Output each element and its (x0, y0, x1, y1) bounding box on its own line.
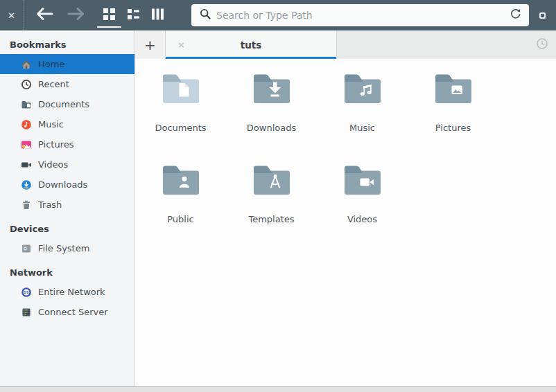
documents-icon (21, 99, 32, 110)
sidebar-item-documents[interactable]: Documents (0, 94, 134, 114)
tab-close-icon[interactable]: × (177, 39, 185, 50)
grid-view-button[interactable] (103, 10, 115, 21)
sidebar-item-downloads[interactable]: Downloads (0, 175, 134, 195)
folder-item-public[interactable]: Public (135, 164, 226, 256)
sidebar-section-header-bookmarks: Bookmarks (0, 36, 134, 54)
back-button[interactable] (35, 8, 53, 23)
folder-item-templates[interactable]: Templates (226, 164, 317, 256)
search-bar (191, 4, 529, 26)
list-view-icon (128, 8, 139, 23)
tab-title: tuts (241, 39, 262, 51)
compact-view-button[interactable] (152, 10, 164, 21)
trash-icon (21, 199, 32, 211)
search-icon (200, 8, 211, 22)
sidebar-item-file-system[interactable]: File System (0, 238, 134, 258)
sidebar-item-label: Music (38, 119, 64, 130)
music-icon (21, 119, 32, 130)
search-input[interactable] (216, 10, 510, 21)
sidebar-item-label: Videos (38, 159, 68, 170)
folder-label: Documents (155, 123, 206, 133)
folder-label: Pictures (435, 123, 471, 133)
compact-view-icon (152, 8, 164, 23)
folder-public-icon (162, 164, 200, 196)
folder-downloads-icon (252, 73, 291, 105)
folder-videos-icon (343, 164, 382, 196)
folder-label: Downloads (247, 123, 296, 133)
folder-label: Templates (248, 214, 294, 224)
sidebar-section-header-devices: Devices (0, 220, 134, 238)
main-pane: + × tuts DocumentsDownloadsMusicPictures… (135, 30, 556, 386)
sidebar-item-connect-server[interactable]: Connect Server (0, 302, 134, 322)
folder-pictures-icon (434, 73, 473, 105)
downloads-icon (21, 179, 32, 190)
folder-item-pictures[interactable]: Pictures (408, 73, 498, 164)
forward-icon (67, 8, 85, 23)
sidebar-item-music[interactable]: Music (0, 114, 134, 134)
list-view-button[interactable] (128, 10, 139, 21)
sidebar-item-label: Connect Server (38, 307, 108, 317)
home-icon (21, 59, 32, 70)
sidebar-item-label: Documents (38, 99, 89, 109)
forward-button[interactable] (67, 8, 85, 23)
window-body: BookmarksHomeRecentDocumentsMusicPicture… (0, 30, 556, 386)
tab-bar: + × tuts (135, 30, 556, 59)
folder-item-documents[interactable]: Documents (135, 73, 226, 164)
folder-item-videos[interactable]: Videos (317, 164, 408, 256)
connect-server-icon (21, 307, 32, 318)
file-manager-window: ✕ (0, 0, 556, 392)
entire-network-icon (21, 287, 32, 298)
sidebar-item-label: Entire Network (38, 287, 105, 297)
folder-item-music[interactable]: Music (317, 73, 408, 164)
active-tab-underline (166, 57, 336, 59)
sidebar-item-label: Pictures (38, 139, 73, 150)
sidebar-section-header-network: Network (0, 264, 134, 282)
status-strip (0, 386, 556, 392)
history-icon[interactable] (536, 37, 548, 53)
folder-item-downloads[interactable]: Downloads (226, 73, 317, 164)
sidebar-item-label: Trash (38, 199, 62, 210)
folder-grid: DocumentsDownloadsMusicPicturesPublicTem… (135, 59, 556, 386)
close-icon[interactable]: ✕ (0, 10, 23, 21)
view-mode-group (103, 10, 164, 21)
new-tab-button[interactable]: + (135, 30, 166, 59)
sidebar-item-pictures[interactable]: Pictures (0, 134, 134, 154)
sidebar-item-label: Downloads (38, 179, 87, 190)
sidebar-item-label: Home (38, 59, 64, 69)
pictures-icon (21, 139, 32, 150)
sidebar-item-label: File System (38, 243, 89, 253)
sidebar-item-recent[interactable]: Recent (0, 74, 134, 94)
toolbar: ✕ (0, 0, 556, 30)
videos-icon (21, 159, 32, 170)
folder-label: Music (349, 123, 375, 133)
sidebar-item-entire-network[interactable]: Entire Network (0, 282, 134, 302)
toolbar-separator (23, 0, 24, 30)
tab-tuts[interactable]: × tuts (166, 30, 337, 59)
menu-icon[interactable] (539, 12, 546, 19)
sidebar-item-home[interactable]: Home (0, 54, 134, 74)
refresh-icon (510, 8, 522, 23)
recent-icon (21, 79, 32, 90)
sidebar-item-label: Recent (38, 79, 69, 89)
folder-music-icon (343, 73, 382, 105)
folder-label: Videos (347, 214, 377, 224)
sidebar-item-trash[interactable]: Trash (0, 195, 134, 215)
filesystem-icon (21, 243, 32, 254)
folder-label: Public (167, 214, 193, 224)
active-view-underline (97, 26, 121, 28)
sidebar: BookmarksHomeRecentDocumentsMusicPicture… (0, 30, 135, 386)
folder-documents-icon (162, 73, 200, 105)
tab-bar-spacer (337, 30, 556, 59)
folder-templates-icon (252, 164, 291, 196)
grid-view-icon (103, 8, 115, 23)
refresh-button[interactable] (510, 8, 522, 23)
sidebar-item-videos[interactable]: Videos (0, 154, 134, 175)
back-icon (35, 8, 53, 23)
